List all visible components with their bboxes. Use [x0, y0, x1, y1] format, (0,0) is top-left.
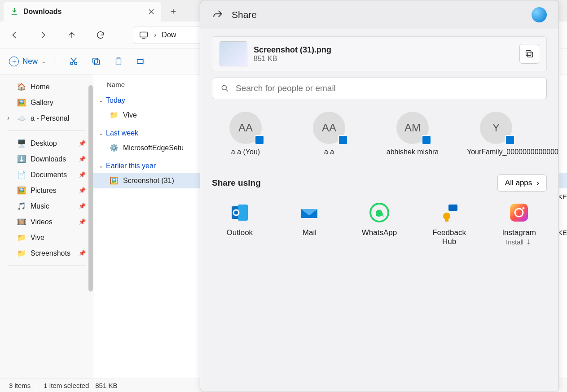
- all-apps-button[interactable]: All apps ›: [497, 174, 547, 192]
- contact-item[interactable]: AA a a (You): [216, 112, 275, 156]
- sidebar: 🏠 Home 🖼️ Gallery ☁️ a - Personal 🖥️Desk…: [0, 74, 93, 379]
- chevron-down-icon: ⌄: [99, 130, 103, 136]
- svg-rect-4: [93, 58, 98, 63]
- sidebar-label: Desktop: [31, 139, 57, 148]
- share-title: Share: [232, 9, 257, 20]
- download-icon: [10, 7, 19, 16]
- sidebar-label: Screenshots: [31, 249, 70, 257]
- svg-point-20: [523, 207, 525, 209]
- sidebar-item-onedrive[interactable]: ☁️ a - Personal: [2, 110, 91, 126]
- chevron-down-icon: ⌄: [99, 163, 103, 169]
- all-apps-label: All apps: [505, 179, 532, 187]
- status-item-count: 3 items: [9, 382, 31, 389]
- contact-item[interactable]: AA a a: [300, 112, 358, 156]
- share-using-label: Share using: [212, 178, 261, 188]
- sidebar-label: Gallery: [31, 99, 53, 107]
- svg-rect-3: [94, 60, 99, 65]
- share-body: Screenshot (31).png 851 KB AA a a (You) …: [200, 29, 558, 392]
- file-name: Screenshot (31): [123, 177, 174, 185]
- forward-button[interactable]: [38, 30, 48, 40]
- instagram-icon: [508, 201, 530, 224]
- app-feedback-hub[interactable]: Feedback Hub: [425, 201, 474, 246]
- truncated-text: KE: [558, 214, 567, 250]
- contact-item[interactable]: Y YourFamily_00000000000000…: [467, 112, 525, 156]
- contact-name: abhishek mishra: [383, 148, 442, 156]
- sidebar-item-gallery[interactable]: 🖼️ Gallery: [2, 95, 91, 110]
- sidebar-label: a - Personal: [31, 114, 69, 122]
- sidebar-item-documents[interactable]: 📄Documents📌: [2, 167, 91, 183]
- group-label: Last week: [106, 129, 138, 137]
- pictures-icon: 🖼️: [17, 186, 26, 195]
- chevron-right-icon: ›: [536, 179, 539, 187]
- new-label: New: [22, 57, 38, 66]
- sidebar-item-desktop[interactable]: 🖥️Desktop📌: [2, 135, 91, 151]
- file-size: 851 KB: [254, 55, 331, 63]
- outlook-badge-icon: [505, 135, 515, 145]
- outlook-badge-icon: [255, 135, 264, 145]
- paste-icon[interactable]: [114, 57, 123, 66]
- group-label: Today: [106, 96, 125, 105]
- share-search-input[interactable]: [236, 83, 538, 93]
- copy-button[interactable]: [519, 44, 539, 64]
- active-tab[interactable]: Downloads: [4, 2, 161, 22]
- sidebar-item-screenshots[interactable]: 📁Screenshots📌: [2, 245, 91, 261]
- scrollbar-thumb[interactable]: [88, 85, 93, 292]
- svg-point-16: [443, 213, 450, 220]
- sidebar-divider: [7, 131, 86, 131]
- share-search[interactable]: [212, 78, 547, 99]
- svg-rect-8: [527, 52, 532, 57]
- file-name: Screenshot (31).png: [254, 45, 331, 55]
- feedback-hub-icon: [438, 201, 461, 224]
- pin-icon: 📌: [79, 171, 86, 178]
- tab-title: Downloads: [23, 8, 144, 16]
- cut-icon[interactable]: [69, 57, 79, 66]
- app-instagram[interactable]: Instagram Install ⭳: [495, 201, 543, 246]
- image-icon: 🖼️: [110, 176, 119, 185]
- status-selection: 1 item selected: [44, 382, 89, 389]
- apps-row: Outlook Mail WhatsApp Feedback Hub Insta…: [212, 201, 547, 246]
- user-avatar[interactable]: [532, 7, 547, 22]
- file-name: MicrosoftEdgeSetu: [123, 144, 184, 152]
- svg-rect-17: [445, 219, 448, 222]
- sidebar-item-home[interactable]: 🏠 Home: [2, 79, 91, 95]
- search-icon: [220, 84, 229, 93]
- app-outlook[interactable]: Outlook: [215, 201, 264, 246]
- plus-icon: ＋: [9, 57, 19, 66]
- sidebar-label: Pictures: [31, 187, 57, 195]
- app-mail[interactable]: Mail: [286, 201, 334, 246]
- svg-rect-15: [448, 205, 457, 211]
- install-label: Install ⭳: [495, 238, 543, 246]
- sidebar-item-pictures[interactable]: 🖼️Pictures📌: [2, 183, 91, 198]
- pin-icon: 📌: [79, 187, 86, 194]
- sidebar-item-vive[interactable]: 📁Vive: [2, 230, 91, 245]
- svg-point-10: [222, 85, 226, 90]
- pin-icon: 📌: [79, 140, 86, 147]
- rename-icon[interactable]: [136, 57, 146, 66]
- sidebar-item-videos[interactable]: 🎞️Videos📌: [2, 214, 91, 230]
- refresh-button[interactable]: [95, 30, 106, 40]
- up-button[interactable]: [66, 30, 77, 40]
- pin-icon: 📌: [79, 156, 86, 162]
- back-button[interactable]: [9, 30, 20, 40]
- folder-icon: 📁: [110, 111, 119, 119]
- sidebar-label: Music: [31, 202, 49, 210]
- app-name: Feedback Hub: [425, 228, 474, 246]
- new-button[interactable]: ＋ New ⌄: [9, 57, 56, 66]
- home-icon: 🏠: [17, 83, 26, 91]
- sidebar-item-downloads[interactable]: ⬇️Downloads📌: [2, 151, 91, 167]
- close-icon[interactable]: [148, 9, 154, 15]
- sidebar-item-music[interactable]: 🎵Music📌: [2, 198, 91, 214]
- copy-icon[interactable]: [91, 57, 101, 66]
- app-whatsapp[interactable]: WhatsApp: [355, 201, 404, 246]
- contact-item[interactable]: AM abhishek mishra: [383, 112, 442, 156]
- breadcrumb-segment[interactable]: Dow: [162, 31, 176, 39]
- app-name: Mail: [286, 228, 334, 237]
- outlook-icon: [229, 201, 251, 224]
- new-tab-button[interactable]: ＋: [164, 2, 182, 20]
- svg-rect-7: [137, 59, 143, 63]
- contact-initials: AA: [322, 122, 336, 134]
- chevron-down-icon: ⌄: [41, 58, 46, 65]
- app-name: WhatsApp: [355, 228, 404, 237]
- folder-icon: 📁: [17, 249, 26, 257]
- contact-avatar: AA: [229, 112, 262, 144]
